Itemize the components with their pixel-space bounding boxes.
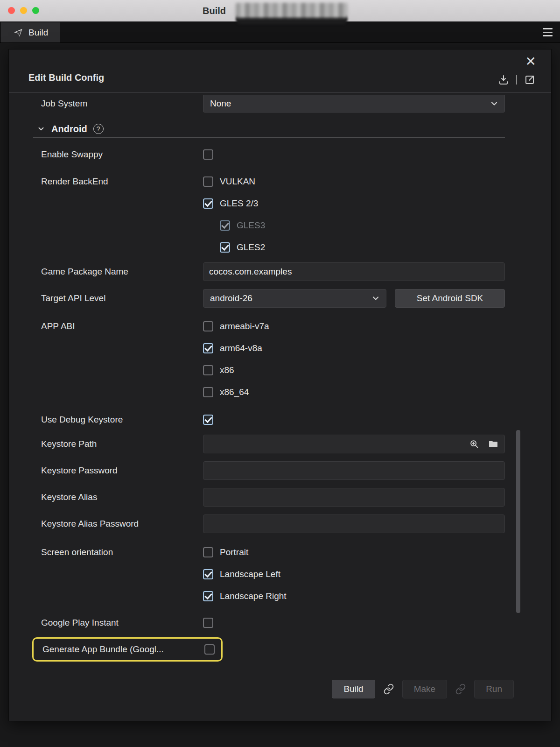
app-abi-row: APP ABI armeabi-v7a arm64-v8a x86 x86_64 <box>9 315 551 403</box>
x86-label: x86 <box>220 365 234 375</box>
app-abi-label: APP ABI <box>41 315 203 337</box>
gles23-checkbox[interactable] <box>203 198 213 209</box>
landscape-right-option: Landscape Right <box>203 585 287 607</box>
gles23-label: GLES 2/3 <box>220 198 258 209</box>
x86-64-label: x86_64 <box>220 387 249 397</box>
armeabi-v7a-checkbox[interactable] <box>203 321 213 331</box>
generate-app-bundle-checkbox[interactable] <box>204 644 215 655</box>
landscape-right-checkbox[interactable] <box>203 591 213 601</box>
game-package-name-label: Game Package Name <box>41 267 203 277</box>
minimize-window-button[interactable] <box>20 7 27 14</box>
window-titlebar: Build <box>0 0 560 21</box>
header-divider <box>516 75 517 85</box>
portrait-option: Portrait <box>203 541 248 563</box>
tab-build[interactable]: Build <box>1 22 60 42</box>
render-backend-label: Render BackEnd <box>41 170 203 192</box>
paper-plane-icon <box>13 28 23 38</box>
portrait-checkbox[interactable] <box>203 547 213 557</box>
game-package-name-input[interactable]: cocos.com.examples <box>203 262 505 281</box>
use-debug-keystore-label: Use Debug Keystore <box>41 415 203 425</box>
generate-app-bundle-row: Generate App Bundle (Googl... <box>9 636 551 663</box>
generate-app-bundle-label: Generate App Bundle (Googl... <box>42 644 204 655</box>
landscape-left-checkbox[interactable] <box>203 569 213 579</box>
close-icon[interactable]: ✕ <box>525 55 536 68</box>
x86-option: x86 <box>203 359 234 381</box>
screen-orientation-label: Screen orientation <box>41 541 203 563</box>
google-play-instant-checkbox[interactable] <box>203 618 213 628</box>
game-package-name-row: Game Package Name cocos.com.examples <box>9 258 551 285</box>
magnifier-icon[interactable] <box>469 439 479 449</box>
use-debug-keystore-checkbox[interactable] <box>203 415 213 425</box>
run-button[interactable]: Run <box>474 680 514 698</box>
set-android-sdk-label: Set Android SDK <box>417 293 483 303</box>
section-divider <box>33 137 505 138</box>
folder-icon[interactable] <box>488 438 499 450</box>
keystore-password-row: Keystore Password <box>9 457 551 484</box>
window-title: Build <box>203 0 226 21</box>
set-android-sdk-button[interactable]: Set Android SDK <box>395 289 505 308</box>
chevron-down-icon <box>371 294 380 303</box>
target-api-level-select[interactable]: android-26 <box>203 289 386 308</box>
run-button-label: Run <box>486 684 502 694</box>
landscape-right-label: Landscape Right <box>220 591 287 601</box>
traffic-lights <box>8 7 39 14</box>
vulkan-label: VULKAN <box>220 176 255 187</box>
vulkan-checkbox[interactable] <box>203 176 213 187</box>
x86-checkbox[interactable] <box>203 365 213 375</box>
android-section-header[interactable]: Android ? <box>9 120 551 137</box>
chevron-down-icon <box>37 125 45 133</box>
job-system-select[interactable]: None <box>203 95 505 113</box>
arm64-v8a-option: arm64-v8a <box>203 337 262 359</box>
gles3-checkbox <box>220 220 230 231</box>
link-make-icon <box>455 684 466 695</box>
portrait-label: Portrait <box>220 547 248 557</box>
link-build-icon[interactable] <box>383 684 394 695</box>
make-button[interactable]: Make <box>402 680 447 698</box>
vertical-scrollbar-thumb[interactable] <box>516 430 520 613</box>
import-config-icon[interactable] <box>498 74 509 85</box>
keystore-alias-password-label: Keystore Alias Password <box>41 519 203 529</box>
x86-64-checkbox[interactable] <box>203 387 213 397</box>
redacted-blur-region <box>236 3 348 18</box>
tab-build-label: Build <box>28 28 48 38</box>
gles3-option: GLES3 <box>220 214 265 236</box>
vulkan-option: VULKAN <box>203 170 255 192</box>
keystore-alias-password-row: Keystore Alias Password <box>9 510 551 537</box>
arm64-v8a-checkbox[interactable] <box>203 343 213 353</box>
gles2-option: GLES2 <box>220 236 265 258</box>
job-system-label: Job System <box>41 99 203 109</box>
enable-swappy-row: Enable Swappy <box>9 143 551 165</box>
target-api-level-label: Target API Level <box>41 293 203 303</box>
zoom-window-button[interactable] <box>32 7 39 14</box>
arm64-v8a-label: arm64-v8a <box>220 343 262 353</box>
keystore-alias-row: Keystore Alias <box>9 484 551 510</box>
dialog-footer: Build Make Run <box>332 680 514 698</box>
close-window-button[interactable] <box>8 7 15 14</box>
dialog-title: Edit Build Config <box>28 72 104 83</box>
enable-swappy-checkbox[interactable] <box>203 149 213 160</box>
keystore-password-label: Keystore Password <box>41 465 203 476</box>
keystore-alias-password-input[interactable] <box>203 514 505 533</box>
keystore-path-row: Keystore Path <box>9 430 551 457</box>
export-config-icon[interactable] <box>524 74 535 85</box>
help-icon[interactable]: ? <box>93 124 104 134</box>
game-package-name-value: cocos.com.examples <box>209 267 292 277</box>
build-button[interactable]: Build <box>332 680 375 698</box>
edit-build-config-dialog: Edit Build Config ✕ Job System None <box>8 49 552 721</box>
render-backend-row: Render BackEnd VULKAN GLES 2/3 GLES3 GLE… <box>9 170 551 258</box>
chevron-down-icon <box>490 99 499 108</box>
dialog-header: Edit Build Config ✕ <box>9 49 551 93</box>
enable-swappy-label: Enable Swappy <box>41 149 203 160</box>
gles2-label: GLES2 <box>237 242 265 253</box>
google-play-instant-label: Google Play Instant <box>41 618 203 628</box>
editor-tabbar: Build <box>0 21 560 43</box>
gles2-checkbox[interactable] <box>220 242 230 253</box>
keystore-path-input[interactable] <box>203 435 505 453</box>
x86-64-option: x86_64 <box>203 381 249 403</box>
panel-menu-icon[interactable] <box>543 28 553 36</box>
dialog-scroll-content: Job System None Android ? Enable Swappy <box>9 93 551 721</box>
use-debug-keystore-row: Use Debug Keystore <box>9 409 551 430</box>
job-system-row: Job System None <box>9 93 551 114</box>
keystore-alias-input[interactable] <box>203 488 505 507</box>
keystore-password-input[interactable] <box>203 461 505 480</box>
